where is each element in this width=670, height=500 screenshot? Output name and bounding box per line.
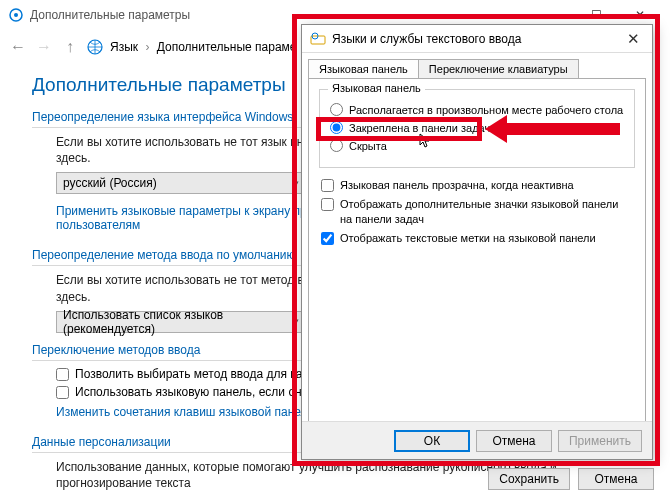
tab-language-bar[interactable]: Языковая панель — [308, 59, 419, 78]
dialog-titlebar: Языки и службы текстового ввода ✕ — [302, 25, 652, 53]
chk-transparent-label: Языковая панель прозрачна, когда неактив… — [340, 178, 574, 192]
change-hotkeys-link[interactable]: Изменить сочетания клавиш языковой панел… — [56, 405, 314, 419]
breadcrumb[interactable]: Язык › Дополнительные параме — [110, 40, 297, 54]
radio-hidden[interactable] — [330, 139, 343, 152]
apply-button[interactable]: Применить — [558, 430, 642, 452]
tab-content: Языковая панель Располагается в произвол… — [308, 78, 646, 432]
keyboard-globe-icon — [310, 31, 326, 47]
globe-icon — [86, 38, 104, 56]
mouse-cursor-icon — [419, 133, 431, 152]
use-lang-bar-checkbox[interactable] — [56, 386, 69, 399]
radio-floating[interactable] — [330, 103, 343, 116]
window-title: Дополнительные параметры — [30, 8, 530, 22]
ok-button[interactable]: ОК — [394, 430, 470, 452]
radio-docked[interactable] — [330, 121, 343, 134]
save-button[interactable]: Сохранить — [488, 468, 570, 490]
dialog-tabs: Языковая панель Переключение клавиатуры — [308, 59, 652, 78]
group-legend: Языковая панель — [328, 82, 425, 94]
allow-per-app-checkbox[interactable] — [56, 368, 69, 381]
gear-icon — [8, 7, 24, 23]
chk-transparent[interactable] — [321, 179, 334, 192]
chk-extra-icons[interactable] — [321, 198, 334, 211]
dialog-title: Языки и службы текстового ввода — [332, 32, 622, 46]
tab-keyboard-switch[interactable]: Переключение клавиатуры — [419, 59, 579, 78]
chk-text-labels[interactable] — [321, 232, 334, 245]
radio-hidden-label: Скрыта — [349, 140, 387, 152]
text-services-dialog: Языки и службы текстового ввода ✕ Языков… — [301, 24, 653, 460]
up-button[interactable]: ↑ — [60, 38, 80, 56]
input-method-dropdown[interactable]: Использовать список языков (рекомендуетс… — [56, 311, 306, 333]
svg-point-1 — [14, 13, 18, 17]
dialog-footer: ОК Отмена Применить — [302, 421, 652, 459]
radio-floating-label: Располагается в произвольном месте рабоч… — [349, 104, 623, 116]
back-button[interactable]: ← — [8, 38, 28, 56]
main-footer: Сохранить Отмена — [488, 468, 654, 490]
dialog-cancel-button[interactable]: Отмена — [476, 430, 552, 452]
breadcrumb-current: Дополнительные параме — [157, 40, 297, 54]
chk-text-labels-label: Отображать текстовые метки на языковой п… — [340, 231, 596, 245]
dialog-close-button[interactable]: ✕ — [622, 30, 644, 48]
cancel-button[interactable]: Отмена — [578, 468, 654, 490]
radio-docked-label: Закреплена в панели задач — [349, 122, 490, 134]
ui-language-dropdown[interactable]: русский (Россия) — [56, 172, 306, 194]
forward-button[interactable]: → — [34, 38, 54, 56]
breadcrumb-root[interactable]: Язык — [110, 40, 138, 54]
chevron-right-icon: › — [145, 40, 149, 54]
language-bar-group: Языковая панель Располагается в произвол… — [319, 89, 635, 168]
chk-extra-icons-label: Отображать дополнительные значки языково… — [340, 197, 633, 226]
